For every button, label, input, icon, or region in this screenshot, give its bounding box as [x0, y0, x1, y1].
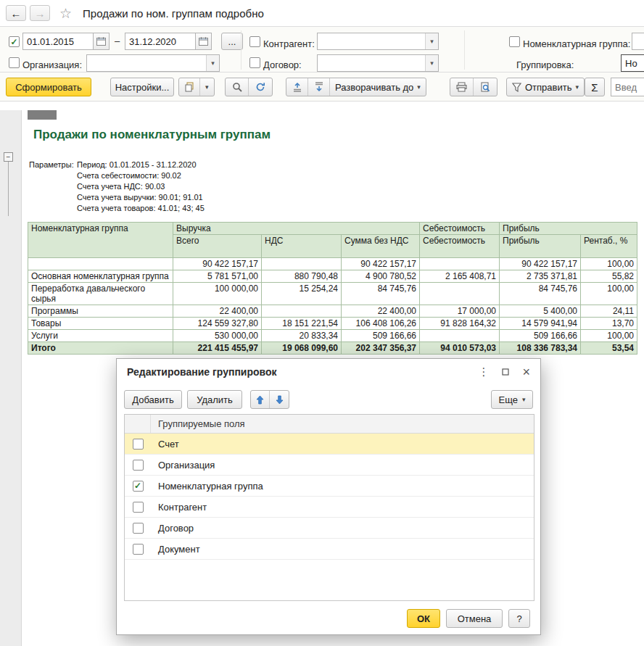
cell-without-vat[interactable]: 84 745,76 — [342, 283, 420, 305]
col-header-profit[interactable]: Прибыль — [500, 235, 581, 258]
cell-cost[interactable] — [420, 330, 500, 342]
report-row[interactable]: 90 422 157,17 90 422 157,17 90 422 157,1… — [28, 258, 637, 270]
move-down-icon[interactable] — [270, 391, 289, 408]
refresh-icon[interactable] — [249, 78, 272, 96]
col-header-profit-group[interactable]: Прибыль — [500, 223, 637, 235]
settings-button[interactable]: Настройки... — [110, 78, 174, 96]
col-header-vat[interactable]: НДС — [262, 235, 342, 258]
period-from-input[interactable] — [22, 33, 94, 50]
chevron-down-icon[interactable]: ▾ — [425, 55, 438, 71]
cell-name[interactable] — [28, 258, 173, 270]
cell-profit[interactable]: 5 400,00 — [500, 305, 581, 318]
cell-rent[interactable]: 55,82 — [581, 270, 637, 283]
print-icon[interactable] — [450, 78, 474, 96]
dialog-menu-icon[interactable]: ⋮ — [478, 365, 489, 378]
cell-cost[interactable]: 94 010 573,03 — [420, 342, 500, 355]
generate-button[interactable]: Сформировать — [6, 78, 91, 96]
cell-profit[interactable]: 14 579 941,94 — [500, 318, 581, 330]
collapse-group-icon[interactable]: − — [4, 152, 13, 162]
period-more-button[interactable]: ... — [221, 33, 243, 50]
cell-name[interactable]: Программы — [28, 305, 173, 318]
period-checkbox[interactable]: ✓ — [9, 36, 20, 47]
col-header-revenue[interactable]: Выручка — [173, 223, 420, 235]
copy-settings-icon[interactable] — [179, 78, 200, 96]
calendar-icon[interactable] — [94, 33, 110, 50]
cell-cost[interactable]: 2 165 408,71 — [420, 270, 500, 283]
cell-vat[interactable] — [262, 305, 342, 318]
cell-cost[interactable]: 91 828 164,32 — [420, 318, 500, 330]
grouping-field-row[interactable]: ✓ Номенклатурная группа — [125, 476, 534, 497]
cell-vat[interactable]: 880 790,48 — [262, 270, 342, 283]
collapse-groups-icon[interactable] — [286, 78, 308, 96]
move-up-icon[interactable] — [251, 391, 270, 408]
period-to-input[interactable] — [125, 33, 196, 50]
print-preview-icon[interactable] — [474, 78, 497, 96]
remove-button[interactable]: Удалить — [187, 390, 242, 409]
cell-rent[interactable]: 24,11 — [581, 305, 637, 318]
col-header-nom-group[interactable]: Номенклатурная группа — [28, 223, 173, 258]
cell-total[interactable]: 22 400,00 — [173, 305, 262, 318]
organization-combo[interactable]: ▾ — [86, 54, 220, 72]
favorite-star-icon[interactable]: ☆ — [59, 5, 72, 22]
help-button[interactable]: ? — [508, 609, 530, 628]
cell-total[interactable]: 100 000,00 — [173, 283, 262, 305]
cell-without-vat[interactable]: 4 900 780,52 — [342, 270, 420, 283]
cell-cost[interactable] — [420, 283, 500, 305]
report-row[interactable]: Программы 22 400,00 22 400,00 17 000,00 … — [28, 305, 637, 318]
back-button[interactable]: ← — [6, 5, 26, 21]
expand-groups-icon[interactable] — [308, 78, 330, 96]
ok-button[interactable]: ОК — [407, 609, 440, 628]
forward-button[interactable]: → — [30, 5, 50, 21]
cell-without-vat[interactable]: 106 408 106,26 — [342, 318, 420, 330]
cell-profit[interactable]: 2 735 371,81 — [500, 270, 581, 283]
chevron-down-icon[interactable]: ▾ — [425, 33, 438, 49]
col-header-profitability[interactable]: Рентаб., % — [581, 235, 637, 258]
chevron-down-icon[interactable]: ▾ — [200, 78, 214, 96]
row-checkbox[interactable] — [133, 460, 144, 471]
cell-name[interactable]: Основная номенклатурная группа — [28, 270, 173, 283]
cell-rent[interactable]: 13,70 — [581, 318, 637, 330]
cell-rent[interactable]: 53,54 — [581, 342, 637, 355]
cell-name[interactable]: Услуги — [28, 330, 173, 342]
contract-combo[interactable]: ▾ — [317, 54, 439, 72]
send-button[interactable]: Отправить ▾ — [507, 78, 584, 96]
cell-vat[interactable]: 19 068 099,60 — [262, 342, 342, 355]
cell-total[interactable]: 221 415 455,97 — [173, 342, 262, 355]
more-button[interactable]: Еще ▾ — [491, 390, 533, 409]
calendar-icon[interactable] — [196, 33, 212, 50]
cell-total[interactable]: 124 559 327,80 — [173, 318, 262, 330]
cell-vat[interactable]: 20 833,34 — [262, 330, 342, 342]
cancel-button[interactable]: Отмена — [446, 609, 503, 628]
report-total-row[interactable]: Итого 221 415 455,97 19 068 099,60 202 3… — [28, 342, 637, 355]
dialog-close-icon[interactable]: × — [522, 365, 530, 380]
organization-checkbox[interactable] — [9, 57, 20, 68]
cell-vat[interactable] — [262, 258, 342, 270]
cell-total[interactable]: 90 422 157,17 — [173, 258, 262, 270]
counterparty-combo[interactable]: ▾ — [317, 33, 439, 50]
cell-without-vat[interactable]: 22 400,00 — [342, 305, 420, 318]
chevron-down-icon[interactable]: ▾ — [206, 55, 219, 71]
report-row[interactable]: Переработка давальческого сырья 100 000,… — [28, 283, 637, 305]
nom-group-checkbox[interactable] — [509, 36, 520, 47]
col-header-cost[interactable]: Себестоимость — [420, 235, 500, 258]
grouping-field-row[interactable]: Организация — [125, 455, 534, 476]
expand-to-button[interactable]: Разворачивать до ▾ — [330, 78, 426, 96]
cell-rent[interactable]: 100,00 — [581, 330, 637, 342]
dialog-maximize-icon[interactable] — [502, 368, 509, 376]
grouping-value-input[interactable] — [621, 54, 644, 72]
cell-rent[interactable]: 100,00 — [581, 258, 637, 270]
report-row[interactable]: Основная номенклатурная группа 5 781 571… — [28, 270, 637, 283]
grouping-field-row[interactable]: Договор — [125, 518, 534, 539]
search-icon[interactable] — [226, 78, 249, 96]
cell-profit[interactable]: 90 422 157,17 — [500, 258, 581, 270]
grouping-field-row[interactable]: Документ — [125, 539, 534, 560]
row-checkbox[interactable] — [133, 502, 144, 513]
row-checkbox[interactable] — [133, 523, 144, 534]
cell-profit[interactable]: 509 166,66 — [500, 330, 581, 342]
col-header-cost-group[interactable]: Себестоимость — [420, 223, 500, 235]
col-header-without-vat[interactable]: Сумма без НДС — [342, 235, 420, 258]
report-row[interactable]: Услуги 530 000,00 20 833,34 509 166,66 5… — [28, 330, 637, 342]
cell-without-vat[interactable]: 509 166,66 — [342, 330, 420, 342]
cell-vat[interactable]: 15 254,24 — [262, 283, 342, 305]
row-checkbox[interactable] — [133, 544, 144, 555]
